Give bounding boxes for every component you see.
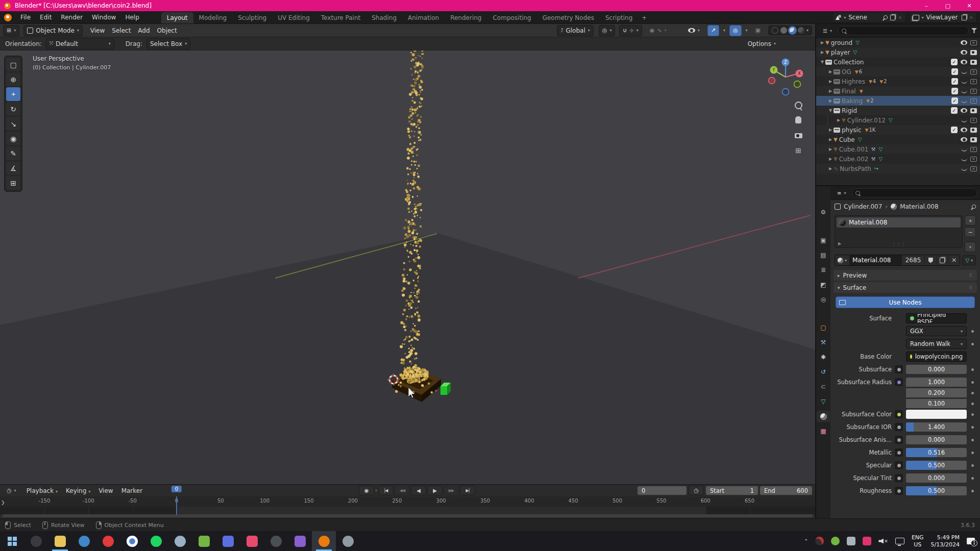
- tray-icon-gray[interactable]: [847, 537, 855, 545]
- expand-arrow[interactable]: ▶: [836, 118, 842, 122]
- pin-icon[interactable]: [883, 14, 889, 20]
- hidden-icons-chevron[interactable]: ⌃: [804, 538, 808, 544]
- properties-tab-texture[interactable]: ▦: [817, 425, 830, 437]
- region-toggle-arrow[interactable]: ❯: [1, 500, 5, 505]
- breadcrumb-material[interactable]: Material.008: [900, 203, 938, 210]
- disable-render-toggle[interactable]: [970, 108, 977, 113]
- shading-solid-icon[interactable]: [780, 27, 787, 34]
- copy-material-icon[interactable]: [937, 255, 948, 265]
- disable-render-toggle[interactable]: [970, 98, 977, 104]
- disable-render-toggle[interactable]: [970, 157, 977, 162]
- exclude-checkbox[interactable]: [951, 59, 958, 65]
- hide-viewport-toggle[interactable]: [961, 70, 967, 74]
- dropdown-field[interactable]: Random Walk▾: [906, 339, 967, 349]
- slider-field[interactable]: 0.000: [906, 365, 967, 374]
- expand-arrow[interactable]: ▶: [827, 157, 834, 161]
- outliner-row-rigid[interactable]: ▼Rigid: [816, 106, 980, 115]
- tool-transform[interactable]: ◉: [6, 132, 20, 145]
- outliner-row-player[interactable]: ▶▼player▽: [816, 47, 980, 57]
- properties-tab-view-layer[interactable]: ≣: [817, 264, 830, 276]
- xray-toggle[interactable]: ▣: [752, 25, 764, 36]
- tab-rendering[interactable]: Rendering: [445, 12, 487, 23]
- dropdown-field[interactable]: GGX▾: [906, 326, 967, 336]
- minimize-button[interactable]: –: [916, 0, 937, 11]
- disable-render-toggle[interactable]: [970, 79, 977, 84]
- menu-help[interactable]: Help: [120, 12, 143, 22]
- animate-dot[interactable]: [971, 464, 974, 467]
- timeline-editor-type-button[interactable]: ◷▾: [3, 485, 20, 496]
- overlays-toggle[interactable]: ◎: [729, 25, 742, 36]
- outliner-search-input[interactable]: [838, 26, 969, 35]
- outliner-item-label[interactable]: OG: [842, 68, 851, 76]
- outliner-item-label[interactable]: Collection: [834, 59, 864, 66]
- outliner-row-ground[interactable]: ▶▼ground▽: [816, 38, 980, 47]
- hide-viewport-toggle[interactable]: [961, 40, 967, 45]
- expand-arrow[interactable]: ▼: [827, 108, 834, 113]
- tab-sculpting[interactable]: Sculpting: [232, 12, 272, 23]
- outliner-item-label[interactable]: player: [831, 49, 850, 56]
- animate-dot[interactable]: [971, 392, 974, 394]
- panel-preview[interactable]: ▸Preview ⠿: [834, 270, 977, 281]
- animate-dot[interactable]: [971, 452, 974, 454]
- editor-type-button[interactable]: ⊞▾: [3, 25, 19, 36]
- properties-tab-world[interactable]: ◎: [817, 294, 830, 305]
- zoom-view-button[interactable]: [792, 98, 805, 112]
- properties-tab-constraints[interactable]: ⊂: [817, 381, 830, 392]
- users-count[interactable]: 2685: [902, 255, 925, 265]
- outliner-row-nurbspath[interactable]: ▶∿NurbsPath↪: [816, 164, 980, 173]
- hide-viewport-toggle[interactable]: [961, 60, 967, 64]
- taskbar-search[interactable]: [24, 531, 48, 551]
- exclude-checkbox[interactable]: [951, 78, 958, 85]
- taskbar-steam[interactable]: [168, 531, 192, 551]
- tool-scale[interactable]: ↘: [6, 117, 20, 131]
- taskbar-visual-studio[interactable]: [288, 531, 312, 551]
- expand-arrow[interactable]: ▶: [827, 137, 834, 142]
- slider-field[interactable]: 0.500: [906, 486, 967, 495]
- outliner-row-physic[interactable]: ▶physic▼1K: [816, 125, 980, 135]
- taskbar-obs[interactable]: [264, 531, 288, 551]
- timeline-scrollbar[interactable]: [2, 514, 813, 517]
- blender-menu-icon[interactable]: [4, 14, 12, 21]
- tab-layout[interactable]: Layout: [161, 12, 193, 23]
- frame-start-field[interactable]: Start1: [706, 486, 758, 495]
- disable-render-toggle[interactable]: [970, 69, 977, 74]
- mode-selector[interactable]: Object Mode▾: [23, 25, 83, 36]
- disable-render-toggle[interactable]: [970, 60, 977, 65]
- exclude-checkbox[interactable]: [951, 88, 958, 94]
- outliner-row-cylinder-012[interactable]: ▶▼Cylinder.012▽: [816, 115, 980, 125]
- expand-arrow[interactable]: ▶: [819, 50, 825, 55]
- material-link-dropdown[interactable]: ▽▾: [962, 255, 976, 265]
- filter-icon[interactable]: [971, 28, 977, 33]
- taskbar-vivaldi[interactable]: [96, 531, 120, 551]
- node-field[interactable]: lowpolycoin.png: [906, 352, 967, 362]
- slider-field[interactable]: 0.000: [906, 473, 967, 483]
- prev-keyframe-button[interactable]: ◀◀: [395, 486, 410, 495]
- auto-keying-toggle[interactable]: ◉: [359, 486, 374, 495]
- gizmos-toggle[interactable]: ↗: [707, 25, 719, 36]
- exclude-checkbox[interactable]: [951, 127, 958, 133]
- taskbar-blender[interactable]: [312, 531, 336, 551]
- tool-measure[interactable]: ∡: [6, 161, 20, 175]
- animate-dot[interactable]: [971, 343, 974, 345]
- use-nodes-button[interactable]: Use Nodes: [836, 296, 975, 308]
- pin-id-icon[interactable]: [971, 204, 976, 209]
- tab-scripting[interactable]: Scripting: [600, 12, 638, 23]
- value-field[interactable]: 0.200: [906, 388, 967, 397]
- tool-rotate[interactable]: ↻: [6, 102, 20, 116]
- material-slot[interactable]: Material.008: [837, 217, 961, 228]
- disable-render-toggle[interactable]: [970, 40, 977, 45]
- hide-viewport-toggle[interactable]: [961, 99, 967, 103]
- scene-selector[interactable]: ▾ Scene ✕: [832, 12, 905, 23]
- animate-dot[interactable]: [971, 426, 974, 429]
- hide-viewport-toggle[interactable]: [961, 50, 967, 55]
- taskbar-start[interactable]: [0, 531, 24, 551]
- orientation-setting-dropdown[interactable]: ⤱ Default ▾: [46, 38, 114, 49]
- expand-arrow[interactable]: ▶: [827, 166, 834, 171]
- play-reverse-button[interactable]: ◀: [411, 486, 426, 495]
- outliner-item-label[interactable]: Baking: [842, 97, 863, 105]
- expand-arrow[interactable]: ▼: [819, 60, 825, 64]
- outliner-item-label[interactable]: Highres: [842, 78, 865, 85]
- outliner-editor-type-button[interactable]: ☰▾: [819, 25, 836, 36]
- slider-field[interactable]: 0.000: [906, 435, 967, 444]
- expand-arrow[interactable]: ▶: [819, 40, 825, 45]
